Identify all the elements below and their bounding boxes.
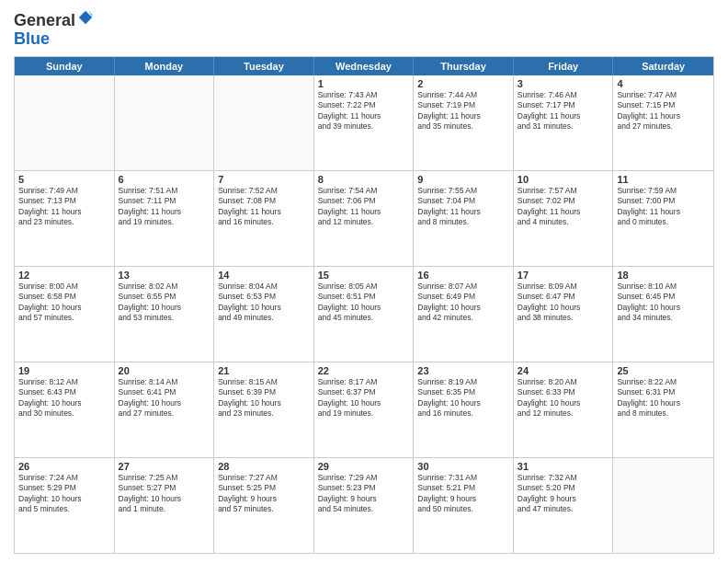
cell-info: Sunrise: 7:31 AM Sunset: 5:21 PM Dayligh… — [417, 473, 509, 515]
calendar-cell: 21Sunrise: 8:15 AM Sunset: 6:39 PM Dayli… — [214, 362, 314, 457]
day-number: 29 — [318, 461, 410, 472]
header-day-friday: Friday — [514, 57, 614, 75]
calendar-row-1: 5Sunrise: 7:49 AM Sunset: 7:13 PM Daylig… — [15, 170, 713, 266]
calendar-cell: 18Sunrise: 8:10 AM Sunset: 6:45 PM Dayli… — [613, 267, 713, 362]
calendar-cell: 2Sunrise: 7:44 AM Sunset: 7:19 PM Daylig… — [414, 75, 514, 170]
calendar-cell: 23Sunrise: 8:19 AM Sunset: 6:35 PM Dayli… — [414, 362, 514, 457]
cell-info: Sunrise: 8:04 AM Sunset: 6:53 PM Dayligh… — [218, 282, 310, 324]
day-number: 17 — [518, 270, 609, 281]
calendar-cell: 27Sunrise: 7:25 AM Sunset: 5:27 PM Dayli… — [115, 458, 215, 553]
cell-info: Sunrise: 7:54 AM Sunset: 7:06 PM Dayligh… — [318, 186, 410, 228]
day-number: 16 — [417, 270, 509, 281]
logo: General Blue — [14, 9, 94, 49]
day-number: 5 — [18, 174, 110, 185]
day-number: 11 — [617, 174, 710, 185]
header-day-wednesday: Wednesday — [314, 57, 415, 75]
day-number: 14 — [218, 270, 310, 281]
cell-info: Sunrise: 7:29 AM Sunset: 5:23 PM Dayligh… — [318, 473, 410, 515]
calendar-cell: 13Sunrise: 8:02 AM Sunset: 6:55 PM Dayli… — [115, 267, 215, 362]
day-number: 25 — [617, 365, 710, 376]
cell-info: Sunrise: 7:55 AM Sunset: 7:04 PM Dayligh… — [417, 186, 509, 228]
day-number: 22 — [318, 365, 410, 376]
page: General Blue SundayMondayTuesdayWednesda… — [0, 0, 728, 563]
header-day-sunday: Sunday — [15, 57, 115, 75]
calendar-cell: 31Sunrise: 7:32 AM Sunset: 5:20 PM Dayli… — [514, 458, 614, 553]
calendar-cell: 11Sunrise: 7:59 AM Sunset: 7:00 PM Dayli… — [613, 171, 713, 266]
day-number: 30 — [417, 461, 509, 472]
cell-info: Sunrise: 7:52 AM Sunset: 7:08 PM Dayligh… — [218, 186, 310, 228]
logo-text: General Blue — [14, 9, 94, 49]
cell-info: Sunrise: 8:07 AM Sunset: 6:49 PM Dayligh… — [417, 282, 509, 324]
day-number: 6 — [119, 174, 210, 185]
calendar-body: 1Sunrise: 7:43 AM Sunset: 7:22 PM Daylig… — [15, 75, 713, 553]
cell-info: Sunrise: 7:57 AM Sunset: 7:02 PM Dayligh… — [518, 186, 609, 228]
cell-info: Sunrise: 7:43 AM Sunset: 7:22 PM Dayligh… — [318, 90, 410, 132]
calendar-row-0: 1Sunrise: 7:43 AM Sunset: 7:22 PM Daylig… — [15, 75, 713, 170]
day-number: 27 — [119, 461, 210, 472]
cell-info: Sunrise: 8:09 AM Sunset: 6:47 PM Dayligh… — [518, 282, 609, 324]
day-number: 20 — [119, 365, 210, 376]
day-number: 12 — [18, 270, 110, 281]
cell-info: Sunrise: 7:59 AM Sunset: 7:00 PM Dayligh… — [617, 186, 710, 228]
cell-info: Sunrise: 8:14 AM Sunset: 6:41 PM Dayligh… — [119, 377, 210, 419]
calendar-cell: 15Sunrise: 8:05 AM Sunset: 6:51 PM Dayli… — [314, 267, 415, 362]
cell-info: Sunrise: 7:46 AM Sunset: 7:17 PM Dayligh… — [518, 90, 609, 132]
calendar: SundayMondayTuesdayWednesdayThursdayFrid… — [14, 56, 714, 554]
day-number: 18 — [617, 270, 710, 281]
calendar-cell: 25Sunrise: 8:22 AM Sunset: 6:31 PM Dayli… — [613, 362, 713, 457]
calendar-cell: 5Sunrise: 7:49 AM Sunset: 7:13 PM Daylig… — [15, 171, 115, 266]
calendar-cell: 1Sunrise: 7:43 AM Sunset: 7:22 PM Daylig… — [314, 75, 415, 170]
calendar-row-3: 19Sunrise: 8:12 AM Sunset: 6:43 PM Dayli… — [15, 362, 713, 457]
logo-blue: Blue — [14, 29, 50, 48]
logo-general: General — [14, 11, 75, 29]
day-number: 24 — [518, 365, 609, 376]
calendar-cell: 16Sunrise: 8:07 AM Sunset: 6:49 PM Dayli… — [414, 267, 514, 362]
calendar-cell: 29Sunrise: 7:29 AM Sunset: 5:23 PM Dayli… — [314, 458, 415, 553]
calendar-cell: 20Sunrise: 8:14 AM Sunset: 6:41 PM Dayli… — [115, 362, 215, 457]
calendar-row-2: 12Sunrise: 8:00 AM Sunset: 6:58 PM Dayli… — [15, 266, 713, 362]
day-number: 13 — [119, 270, 210, 281]
calendar-cell — [115, 75, 215, 170]
calendar-cell: 26Sunrise: 7:24 AM Sunset: 5:29 PM Dayli… — [15, 458, 115, 553]
day-number: 28 — [218, 461, 310, 472]
calendar-cell: 7Sunrise: 7:52 AM Sunset: 7:08 PM Daylig… — [214, 171, 314, 266]
day-number: 2 — [417, 78, 509, 89]
calendar-header: SundayMondayTuesdayWednesdayThursdayFrid… — [15, 57, 713, 75]
cell-info: Sunrise: 7:27 AM Sunset: 5:25 PM Dayligh… — [218, 473, 310, 515]
logo-icon — [77, 9, 94, 26]
calendar-cell: 10Sunrise: 7:57 AM Sunset: 7:02 PM Dayli… — [514, 171, 614, 266]
day-number: 3 — [518, 78, 609, 89]
day-number: 4 — [617, 78, 710, 89]
day-number: 19 — [18, 365, 110, 376]
calendar-cell: 28Sunrise: 7:27 AM Sunset: 5:25 PM Dayli… — [214, 458, 314, 553]
day-number: 9 — [417, 174, 509, 185]
calendar-cell: 17Sunrise: 8:09 AM Sunset: 6:47 PM Dayli… — [514, 267, 614, 362]
day-number: 8 — [318, 174, 410, 185]
calendar-cell — [613, 458, 713, 553]
cell-info: Sunrise: 7:47 AM Sunset: 7:15 PM Dayligh… — [617, 90, 710, 132]
calendar-cell: 8Sunrise: 7:54 AM Sunset: 7:06 PM Daylig… — [314, 171, 415, 266]
cell-info: Sunrise: 8:20 AM Sunset: 6:33 PM Dayligh… — [518, 377, 609, 419]
cell-info: Sunrise: 7:32 AM Sunset: 5:20 PM Dayligh… — [518, 473, 609, 515]
header: General Blue — [14, 9, 714, 49]
header-day-tuesday: Tuesday — [214, 57, 314, 75]
cell-info: Sunrise: 8:22 AM Sunset: 6:31 PM Dayligh… — [617, 377, 710, 419]
day-number: 23 — [417, 365, 509, 376]
cell-info: Sunrise: 7:51 AM Sunset: 7:11 PM Dayligh… — [119, 186, 210, 228]
cell-info: Sunrise: 8:15 AM Sunset: 6:39 PM Dayligh… — [218, 377, 310, 419]
cell-info: Sunrise: 8:05 AM Sunset: 6:51 PM Dayligh… — [318, 282, 410, 324]
day-number: 7 — [218, 174, 310, 185]
cell-info: Sunrise: 8:12 AM Sunset: 6:43 PM Dayligh… — [18, 377, 110, 419]
calendar-cell: 30Sunrise: 7:31 AM Sunset: 5:21 PM Dayli… — [414, 458, 514, 553]
calendar-row-4: 26Sunrise: 7:24 AM Sunset: 5:29 PM Dayli… — [15, 457, 713, 553]
cell-info: Sunrise: 8:10 AM Sunset: 6:45 PM Dayligh… — [617, 282, 710, 324]
calendar-cell — [15, 75, 115, 170]
calendar-cell: 22Sunrise: 8:17 AM Sunset: 6:37 PM Dayli… — [314, 362, 415, 457]
cell-info: Sunrise: 7:44 AM Sunset: 7:19 PM Dayligh… — [417, 90, 509, 132]
calendar-cell: 4Sunrise: 7:47 AM Sunset: 7:15 PM Daylig… — [613, 75, 713, 170]
cell-info: Sunrise: 7:24 AM Sunset: 5:29 PM Dayligh… — [18, 473, 110, 515]
day-number: 1 — [318, 78, 410, 89]
cell-info: Sunrise: 8:19 AM Sunset: 6:35 PM Dayligh… — [417, 377, 509, 419]
cell-info: Sunrise: 8:17 AM Sunset: 6:37 PM Dayligh… — [318, 377, 410, 419]
day-number: 21 — [218, 365, 310, 376]
